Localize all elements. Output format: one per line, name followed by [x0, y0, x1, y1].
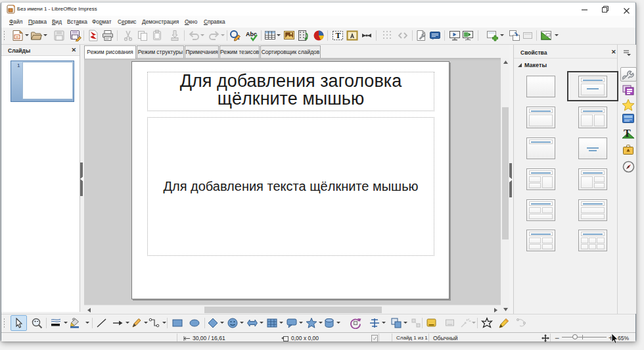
svg-text:T: T	[624, 128, 631, 139]
svg-text:T: T	[336, 31, 341, 40]
